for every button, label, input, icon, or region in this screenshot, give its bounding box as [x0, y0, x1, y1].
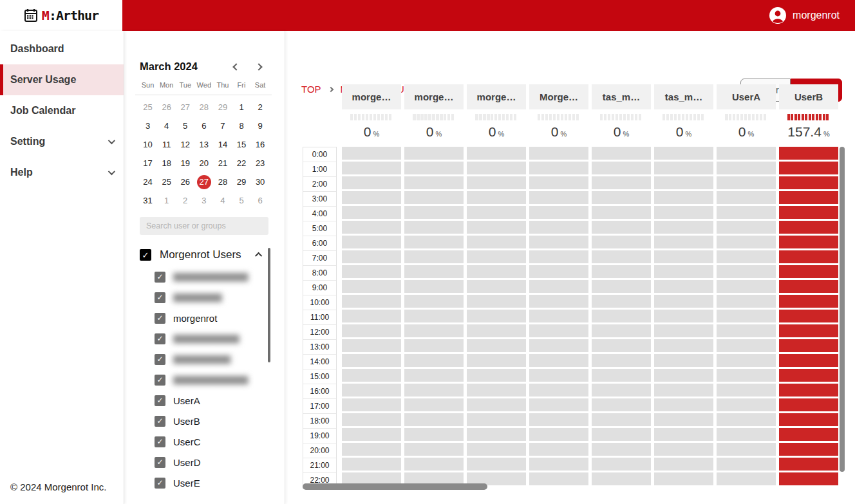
user-checkbox[interactable]: ✓ — [155, 395, 165, 406]
user-list-scrollbar[interactable] — [268, 248, 270, 362]
calendar-day[interactable]: 2 — [176, 191, 194, 210]
calendar-day[interactable]: 24 — [138, 173, 157, 191]
usage-cell[interactable] — [342, 458, 401, 471]
usage-cell[interactable] — [467, 413, 526, 426]
search-input[interactable] — [140, 217, 268, 235]
usage-cell[interactable] — [654, 428, 713, 441]
usage-cell[interactable] — [467, 250, 526, 263]
calendar-day[interactable]: 21 — [213, 154, 232, 173]
user-checkbox[interactable]: ✓ — [155, 457, 165, 468]
usage-cell[interactable] — [529, 295, 588, 308]
usage-cell[interactable] — [404, 206, 464, 219]
usage-cell[interactable] — [342, 280, 401, 293]
usage-cell[interactable] — [404, 428, 464, 441]
calendar-day[interactable]: 2 — [251, 98, 270, 117]
usage-cell[interactable] — [404, 443, 464, 456]
usage-cell[interactable] — [779, 250, 838, 263]
usage-cell[interactable] — [592, 458, 651, 471]
usage-cell[interactable] — [529, 413, 588, 426]
usage-cell[interactable] — [717, 295, 776, 308]
usage-cell[interactable] — [342, 324, 401, 337]
usage-cell[interactable] — [779, 324, 838, 337]
calendar-day[interactable]: 1 — [157, 191, 176, 210]
usage-cell[interactable] — [717, 384, 776, 397]
usage-cell[interactable] — [529, 206, 588, 219]
calendar-day[interactable]: 7 — [213, 117, 232, 135]
usage-cell[interactable] — [717, 162, 776, 174]
usage-cell[interactable] — [529, 472, 588, 485]
usage-cell[interactable] — [467, 280, 526, 293]
usage-cell[interactable] — [467, 369, 526, 382]
usage-cell[interactable] — [592, 413, 651, 426]
usage-cell[interactable] — [779, 398, 838, 411]
calendar-day[interactable]: 28 — [194, 98, 213, 117]
usage-cell[interactable] — [529, 354, 588, 367]
calendar-day[interactable]: 19 — [176, 154, 194, 173]
usage-cell[interactable] — [592, 354, 651, 367]
usage-cell[interactable] — [717, 369, 776, 382]
usage-cell[interactable] — [467, 176, 526, 189]
usage-cell[interactable] — [467, 443, 526, 456]
calendar-day[interactable]: 3 — [138, 117, 157, 135]
sidebar-item-dashboard[interactable]: Dashboard — [0, 33, 124, 64]
usage-cell[interactable] — [717, 265, 776, 278]
calendar-day[interactable]: 22 — [232, 154, 250, 173]
calendar-day[interactable]: 11 — [157, 135, 176, 154]
user-checkbox[interactable]: ✓ — [155, 436, 165, 447]
column-header[interactable]: tas_m… — [654, 84, 713, 109]
user-list-item[interactable]: ✓█████████████████ — [155, 369, 264, 390]
calendar-day[interactable]: 23 — [251, 154, 270, 173]
usage-cell[interactable] — [654, 443, 713, 456]
usage-cell[interactable] — [529, 324, 588, 337]
calendar-day[interactable]: 5 — [176, 117, 194, 135]
usage-cell[interactable] — [342, 354, 401, 367]
usage-cell[interactable] — [654, 250, 713, 263]
user-list-item[interactable]: ✓morgenrot — [155, 308, 264, 328]
usage-cell[interactable] — [467, 458, 526, 471]
calendar-next-button[interactable] — [253, 61, 265, 73]
usage-cell[interactable] — [404, 176, 464, 189]
usage-cell[interactable] — [529, 191, 588, 204]
usage-cell[interactable] — [404, 221, 464, 234]
user-list-item[interactable]: ✓UserE — [155, 472, 264, 493]
usage-cell[interactable] — [654, 206, 713, 219]
usage-cell[interactable] — [654, 384, 713, 397]
usage-cell[interactable] — [779, 176, 838, 189]
usage-cell[interactable] — [717, 458, 776, 471]
usage-cell[interactable] — [342, 176, 401, 189]
calendar-day[interactable]: 6 — [251, 191, 270, 210]
usage-cell[interactable] — [592, 369, 651, 382]
user-list-item[interactable]: ✓█████████████ — [155, 349, 264, 369]
usage-cell[interactable] — [779, 384, 838, 397]
usage-cell[interactable] — [779, 265, 838, 278]
usage-cell[interactable] — [592, 221, 651, 234]
usage-cell[interactable] — [404, 413, 464, 426]
calendar-day[interactable]: 26 — [176, 173, 194, 191]
usage-cell[interactable] — [467, 265, 526, 278]
usage-cell[interactable] — [529, 384, 588, 397]
usage-cell[interactable] — [529, 236, 588, 248]
usage-cell[interactable] — [467, 221, 526, 234]
usage-cell[interactable] — [654, 147, 713, 160]
usage-cell[interactable] — [529, 428, 588, 441]
usage-cell[interactable] — [779, 443, 838, 456]
usage-cell[interactable] — [342, 339, 401, 352]
user-checkbox[interactable]: ✓ — [155, 478, 165, 489]
user-list-item[interactable]: ✓█████████████████ — [155, 266, 264, 287]
usage-cell[interactable] — [529, 310, 588, 322]
calendar-day[interactable]: 6 — [194, 117, 213, 135]
usage-cell[interactable] — [717, 324, 776, 337]
user-list-item[interactable]: ✓███████████ — [155, 287, 264, 308]
calendar-day[interactable]: 20 — [194, 154, 213, 173]
usage-cell[interactable] — [342, 162, 401, 174]
usage-cell[interactable] — [779, 458, 838, 471]
vertical-scrollbar[interactable] — [840, 147, 845, 472]
usage-cell[interactable] — [404, 398, 464, 411]
usage-cell[interactable] — [467, 191, 526, 204]
usage-cell[interactable] — [342, 265, 401, 278]
usage-cell[interactable] — [779, 206, 838, 219]
usage-cell[interactable] — [717, 310, 776, 322]
usage-cell[interactable] — [467, 147, 526, 160]
usage-cell[interactable] — [779, 413, 838, 426]
usage-cell[interactable] — [717, 280, 776, 293]
